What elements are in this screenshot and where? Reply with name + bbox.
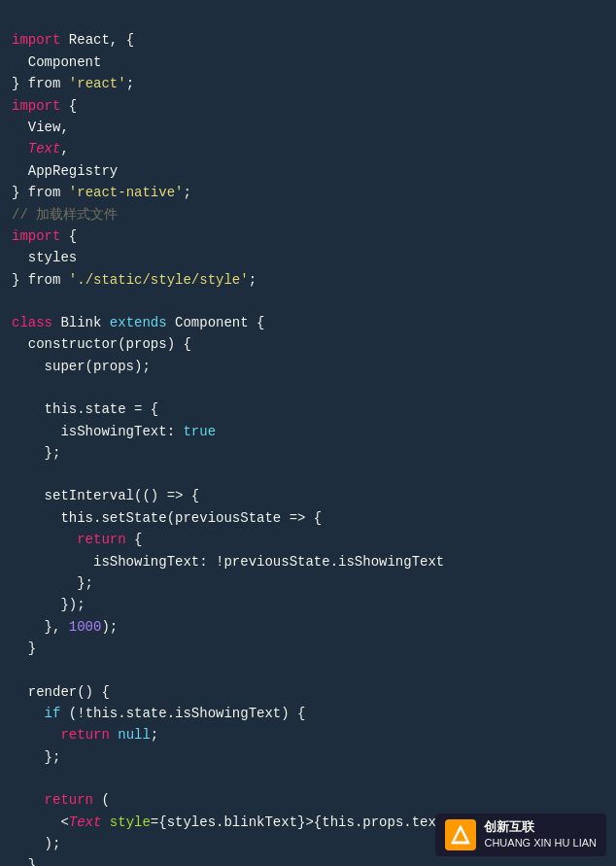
brand-logo: 创新互联 CHUANG XIN HU LIAN: [435, 814, 606, 856]
brand-name-en: CHUANG XIN HU LIAN: [484, 836, 597, 849]
code-line: return null;: [0, 724, 616, 745]
code-line: return (: [0, 789, 616, 811]
code-line: render() {: [0, 681, 616, 703]
code-line: setInterval(() => {: [0, 485, 616, 506]
code-line: }: [0, 854, 616, 866]
code-line: super(props);: [0, 356, 616, 377]
code-line: isShowingText: true: [0, 421, 616, 442]
code-line: import {: [0, 95, 616, 117]
code-line: [0, 660, 616, 681]
code-editor: import React, { Component} from 'react';…: [0, 0, 616, 866]
code-line: };: [0, 572, 616, 594]
code-line: }: [0, 638, 616, 659]
code-line: } from 'react';: [0, 73, 616, 94]
code-line: } from 'react-native';: [0, 182, 616, 203]
code-line: Component: [0, 52, 616, 73]
code-line: }, 1000);: [0, 616, 616, 638]
brand-name-cn: 创新互联: [484, 819, 597, 836]
code-line: [0, 291, 616, 312]
svg-marker-0: [453, 827, 468, 843]
code-line: AppRegistry: [0, 160, 616, 182]
code-line: constructor(props) {: [0, 333, 616, 355]
code-line: };: [0, 746, 616, 768]
code-line: this.state = {: [0, 398, 616, 420]
code-line: class Blink extends Component {: [0, 312, 616, 333]
code-line: } from './static/style/style';: [0, 269, 616, 291]
code-line: Text,: [0, 138, 616, 159]
code-line: return {: [0, 529, 616, 550]
code-line: [0, 464, 616, 485]
code-line: isShowingText: !previousState.isShowingT…: [0, 551, 616, 572]
logo-icon: [445, 819, 476, 850]
code-line: this.setState(previousState => {: [0, 507, 616, 529]
code-line: });: [0, 594, 616, 615]
code-line: };: [0, 442, 616, 464]
code-line: [0, 377, 616, 398]
logo-text: 创新互联 CHUANG XIN HU LIAN: [484, 819, 597, 849]
code-line: import React, {: [0, 29, 616, 51]
code-line: // 加载样式文件: [0, 204, 616, 225]
code-line: import {: [0, 225, 616, 247]
code-line: View,: [0, 117, 616, 138]
code-line: [0, 768, 616, 789]
code-line: if (!this.state.isShowingText) {: [0, 703, 616, 724]
code-line: styles: [0, 247, 616, 268]
